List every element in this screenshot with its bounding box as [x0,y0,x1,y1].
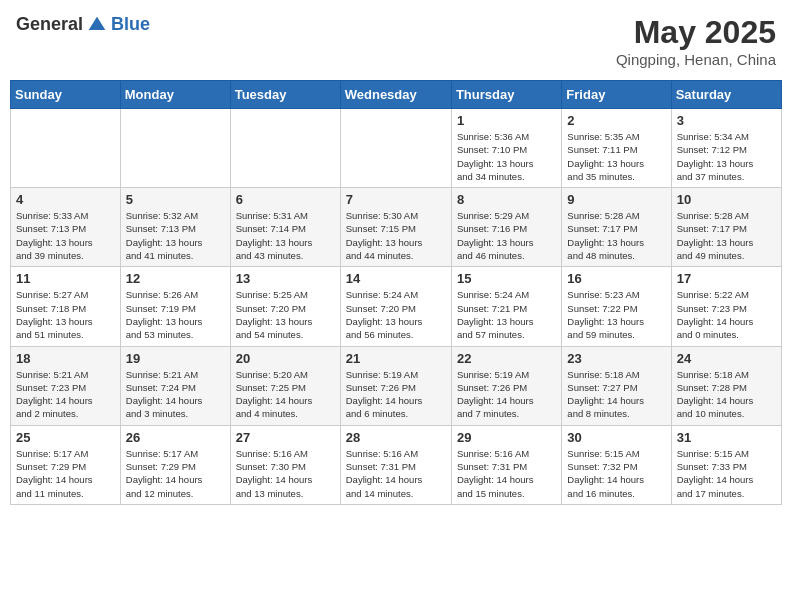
calendar-cell: 20Sunrise: 5:20 AM Sunset: 7:25 PM Dayli… [230,346,340,425]
calendar-week-3: 11Sunrise: 5:27 AM Sunset: 7:18 PM Dayli… [11,267,782,346]
day-info: Sunrise: 5:19 AM Sunset: 7:26 PM Dayligh… [457,368,556,421]
day-info: Sunrise: 5:19 AM Sunset: 7:26 PM Dayligh… [346,368,446,421]
day-info: Sunrise: 5:24 AM Sunset: 7:21 PM Dayligh… [457,288,556,341]
day-number: 4 [16,192,115,207]
calendar-cell: 3Sunrise: 5:34 AM Sunset: 7:12 PM Daylig… [671,109,781,188]
calendar-cell: 21Sunrise: 5:19 AM Sunset: 7:26 PM Dayli… [340,346,451,425]
calendar-cell: 22Sunrise: 5:19 AM Sunset: 7:26 PM Dayli… [451,346,561,425]
calendar-cell: 24Sunrise: 5:18 AM Sunset: 7:28 PM Dayli… [671,346,781,425]
day-number: 24 [677,351,776,366]
day-number: 18 [16,351,115,366]
calendar-week-1: 1Sunrise: 5:36 AM Sunset: 7:10 PM Daylig… [11,109,782,188]
calendar-cell: 31Sunrise: 5:15 AM Sunset: 7:33 PM Dayli… [671,425,781,504]
calendar-cell [340,109,451,188]
day-number: 23 [567,351,665,366]
calendar-cell: 11Sunrise: 5:27 AM Sunset: 7:18 PM Dayli… [11,267,121,346]
day-number: 14 [346,271,446,286]
calendar-cell: 17Sunrise: 5:22 AM Sunset: 7:23 PM Dayli… [671,267,781,346]
day-info: Sunrise: 5:35 AM Sunset: 7:11 PM Dayligh… [567,130,665,183]
calendar-title: May 2025 [616,14,776,51]
day-info: Sunrise: 5:21 AM Sunset: 7:23 PM Dayligh… [16,368,115,421]
calendar-week-2: 4Sunrise: 5:33 AM Sunset: 7:13 PM Daylig… [11,188,782,267]
day-number: 30 [567,430,665,445]
calendar-cell: 15Sunrise: 5:24 AM Sunset: 7:21 PM Dayli… [451,267,561,346]
calendar-cell: 18Sunrise: 5:21 AM Sunset: 7:23 PM Dayli… [11,346,121,425]
svg-marker-0 [89,16,106,29]
day-header-friday: Friday [562,81,671,109]
calendar-cell: 30Sunrise: 5:15 AM Sunset: 7:32 PM Dayli… [562,425,671,504]
logo-blue: Blue [111,14,150,35]
day-info: Sunrise: 5:31 AM Sunset: 7:14 PM Dayligh… [236,209,335,262]
calendar-cell: 12Sunrise: 5:26 AM Sunset: 7:19 PM Dayli… [120,267,230,346]
day-number: 29 [457,430,556,445]
day-info: Sunrise: 5:32 AM Sunset: 7:13 PM Dayligh… [126,209,225,262]
calendar-cell: 29Sunrise: 5:16 AM Sunset: 7:31 PM Dayli… [451,425,561,504]
calendar-cell: 8Sunrise: 5:29 AM Sunset: 7:16 PM Daylig… [451,188,561,267]
day-info: Sunrise: 5:28 AM Sunset: 7:17 PM Dayligh… [677,209,776,262]
day-info: Sunrise: 5:20 AM Sunset: 7:25 PM Dayligh… [236,368,335,421]
day-number: 26 [126,430,225,445]
day-number: 19 [126,351,225,366]
day-header-wednesday: Wednesday [340,81,451,109]
calendar-location: Qingping, Henan, China [616,51,776,68]
day-info: Sunrise: 5:16 AM Sunset: 7:30 PM Dayligh… [236,447,335,500]
day-info: Sunrise: 5:15 AM Sunset: 7:32 PM Dayligh… [567,447,665,500]
calendar-cell: 14Sunrise: 5:24 AM Sunset: 7:20 PM Dayli… [340,267,451,346]
day-header-monday: Monday [120,81,230,109]
day-info: Sunrise: 5:15 AM Sunset: 7:33 PM Dayligh… [677,447,776,500]
day-number: 27 [236,430,335,445]
calendar-cell: 28Sunrise: 5:16 AM Sunset: 7:31 PM Dayli… [340,425,451,504]
day-info: Sunrise: 5:24 AM Sunset: 7:20 PM Dayligh… [346,288,446,341]
day-number: 10 [677,192,776,207]
day-info: Sunrise: 5:26 AM Sunset: 7:19 PM Dayligh… [126,288,225,341]
day-number: 31 [677,430,776,445]
day-number: 12 [126,271,225,286]
calendar-cell: 13Sunrise: 5:25 AM Sunset: 7:20 PM Dayli… [230,267,340,346]
day-info: Sunrise: 5:33 AM Sunset: 7:13 PM Dayligh… [16,209,115,262]
day-number: 25 [16,430,115,445]
day-number: 5 [126,192,225,207]
calendar-cell: 10Sunrise: 5:28 AM Sunset: 7:17 PM Dayli… [671,188,781,267]
day-number: 7 [346,192,446,207]
calendar-cell: 9Sunrise: 5:28 AM Sunset: 7:17 PM Daylig… [562,188,671,267]
day-number: 17 [677,271,776,286]
day-info: Sunrise: 5:28 AM Sunset: 7:17 PM Dayligh… [567,209,665,262]
day-header-saturday: Saturday [671,81,781,109]
day-number: 11 [16,271,115,286]
calendar-cell: 4Sunrise: 5:33 AM Sunset: 7:13 PM Daylig… [11,188,121,267]
calendar-cell: 7Sunrise: 5:30 AM Sunset: 7:15 PM Daylig… [340,188,451,267]
day-header-sunday: Sunday [11,81,121,109]
day-number: 13 [236,271,335,286]
calendar-cell: 1Sunrise: 5:36 AM Sunset: 7:10 PM Daylig… [451,109,561,188]
day-info: Sunrise: 5:18 AM Sunset: 7:28 PM Dayligh… [677,368,776,421]
calendar-cell: 16Sunrise: 5:23 AM Sunset: 7:22 PM Dayli… [562,267,671,346]
calendar-header-row: SundayMondayTuesdayWednesdayThursdayFrid… [11,81,782,109]
day-number: 28 [346,430,446,445]
title-block: May 2025 Qingping, Henan, China [616,14,776,68]
day-number: 3 [677,113,776,128]
day-number: 22 [457,351,556,366]
calendar-cell: 6Sunrise: 5:31 AM Sunset: 7:14 PM Daylig… [230,188,340,267]
calendar-cell: 5Sunrise: 5:32 AM Sunset: 7:13 PM Daylig… [120,188,230,267]
calendar-week-4: 18Sunrise: 5:21 AM Sunset: 7:23 PM Dayli… [11,346,782,425]
day-number: 2 [567,113,665,128]
calendar-cell [230,109,340,188]
day-number: 20 [236,351,335,366]
day-info: Sunrise: 5:21 AM Sunset: 7:24 PM Dayligh… [126,368,225,421]
calendar-cell: 19Sunrise: 5:21 AM Sunset: 7:24 PM Dayli… [120,346,230,425]
day-info: Sunrise: 5:23 AM Sunset: 7:22 PM Dayligh… [567,288,665,341]
day-info: Sunrise: 5:29 AM Sunset: 7:16 PM Dayligh… [457,209,556,262]
calendar-cell: 26Sunrise: 5:17 AM Sunset: 7:29 PM Dayli… [120,425,230,504]
day-number: 16 [567,271,665,286]
page-header: General Blue May 2025 Qingping, Henan, C… [10,10,782,72]
day-info: Sunrise: 5:25 AM Sunset: 7:20 PM Dayligh… [236,288,335,341]
calendar-cell [11,109,121,188]
day-info: Sunrise: 5:18 AM Sunset: 7:27 PM Dayligh… [567,368,665,421]
calendar-cell: 25Sunrise: 5:17 AM Sunset: 7:29 PM Dayli… [11,425,121,504]
logo-general: General [16,14,83,35]
calendar-cell: 27Sunrise: 5:16 AM Sunset: 7:30 PM Dayli… [230,425,340,504]
calendar-week-5: 25Sunrise: 5:17 AM Sunset: 7:29 PM Dayli… [11,425,782,504]
day-number: 21 [346,351,446,366]
day-info: Sunrise: 5:27 AM Sunset: 7:18 PM Dayligh… [16,288,115,341]
day-header-thursday: Thursday [451,81,561,109]
